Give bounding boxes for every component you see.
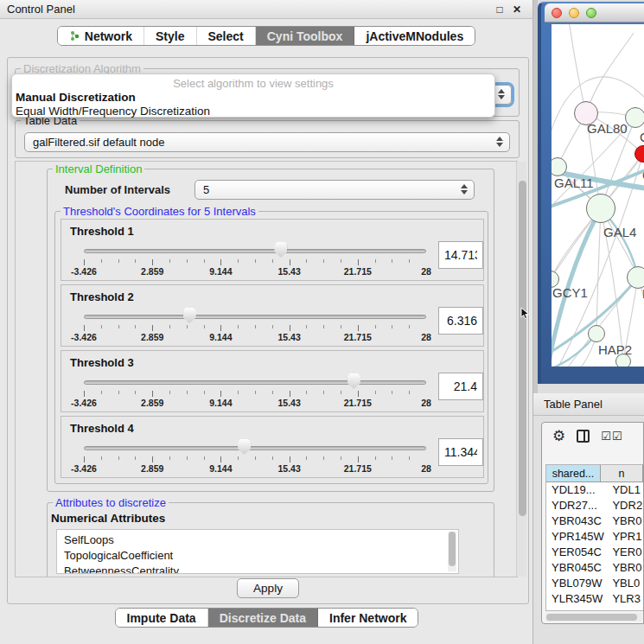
group-title: Attributes to discretize bbox=[53, 496, 169, 509]
cell[interactable]: YBR045C bbox=[546, 560, 609, 576]
slider-thumb[interactable] bbox=[238, 439, 251, 455]
tab-cyni-toolbox[interactable]: Cyni Toolbox bbox=[256, 27, 355, 45]
tab-label: Network bbox=[85, 29, 132, 43]
scrollbar-thumb[interactable] bbox=[546, 614, 637, 621]
tab-network[interactable]: Network bbox=[58, 27, 144, 45]
cell[interactable]: YPR145W bbox=[546, 529, 609, 545]
cell[interactable]: YDL19... bbox=[546, 482, 609, 498]
thresholds-group: Threshold's Coordinates for 5 Intervals … bbox=[54, 211, 488, 484]
network-node[interactable] bbox=[625, 107, 644, 128]
table-row[interactable]: YDR27...YDR2 bbox=[546, 498, 643, 513]
table-row[interactable]: YBR043CYBR0 bbox=[546, 513, 643, 529]
list-item[interactable]: BetweennessCentrality bbox=[64, 564, 458, 574]
cell[interactable]: YBL079W bbox=[546, 576, 609, 591]
cell[interactable]: YBR0 bbox=[609, 560, 643, 576]
slider-track[interactable] bbox=[84, 446, 426, 450]
threshold-slider[interactable]: -3.426 2.859 9.144 15.43 21.715 28 bbox=[84, 306, 426, 344]
close-window-button[interactable]: ✕ bbox=[508, 3, 526, 16]
cell[interactable]: YER0 bbox=[609, 545, 643, 560]
table-row[interactable]: YDL19...YDL1 bbox=[546, 482, 643, 498]
table-row[interactable]: YER054CYER0 bbox=[546, 545, 643, 560]
network-view-window[interactable]: GAL80 GA C GAL11 GAL4 GCY1 H HAP2 bbox=[538, 2, 644, 384]
scale-tick-label: -3.426 bbox=[71, 398, 97, 408]
settings-scroll-viewport: Interval Definition Number of Intervals … bbox=[15, 161, 518, 577]
table-data-combobox[interactable]: galFiltered.sif default node bbox=[24, 132, 510, 152]
node-table[interactable]: shared... n YDL19...YDL1 YDR27...YDR2 YB… bbox=[545, 464, 643, 611]
cell[interactable]: YBL0 bbox=[609, 576, 643, 591]
minimize-traffic-light-icon[interactable] bbox=[569, 8, 579, 18]
zoom-traffic-light-icon[interactable] bbox=[586, 8, 596, 18]
tab-select[interactable]: Select bbox=[197, 27, 256, 45]
tab-style[interactable]: Style bbox=[144, 27, 196, 45]
tab-infer-network[interactable]: Infer Network bbox=[318, 609, 418, 627]
cell[interactable]: YIL052C bbox=[546, 607, 609, 611]
cell[interactable]: YDR27... bbox=[546, 498, 609, 513]
control-panel: Control Panel □ ✕ Network Style Select C… bbox=[0, 0, 533, 644]
table-horizontal-scrollbar[interactable] bbox=[545, 613, 642, 622]
table-row[interactable]: YBR045CYBR0 bbox=[546, 560, 643, 576]
tab-impute-data[interactable]: Impute Data bbox=[116, 609, 208, 627]
node-label-gal11: GAL11 bbox=[554, 175, 594, 190]
settings-vertical-scrollbar[interactable] bbox=[516, 162, 526, 577]
threshold-value-field[interactable] bbox=[438, 241, 483, 269]
scale-tick-label: -3.426 bbox=[71, 266, 97, 277]
threshold-value-field[interactable] bbox=[438, 438, 483, 466]
list-item[interactable]: SelfLoops bbox=[64, 532, 458, 548]
column-header-name[interactable]: n bbox=[601, 465, 643, 481]
threshold-value-field[interactable] bbox=[438, 307, 483, 335]
dropdown-option-manual[interactable]: Manual Discretization bbox=[12, 91, 494, 105]
cell[interactable]: YER054C bbox=[546, 545, 609, 560]
table-row[interactable]: YLR345WYLR3 bbox=[546, 591, 643, 607]
cell[interactable]: YLR3 bbox=[609, 591, 643, 607]
table-row[interactable]: YPR145WYPR1 bbox=[546, 529, 643, 545]
slider-thumb[interactable] bbox=[183, 308, 196, 323]
network-node-hap2[interactable] bbox=[588, 325, 605, 342]
table-panel-title: Table Panel bbox=[544, 398, 603, 411]
threshold-slider[interactable]: -3.426 2.859 9.144 15.43 21.715 28 bbox=[84, 372, 426, 410]
slider-thumb[interactable] bbox=[274, 242, 287, 258]
threshold-slider[interactable]: -3.426 2.859 9.144 15.43 21.715 28 bbox=[84, 240, 426, 278]
slider-track[interactable] bbox=[84, 249, 426, 253]
float-window-button[interactable]: □ bbox=[491, 3, 508, 16]
scale-tick-label: 28 bbox=[421, 463, 431, 474]
network-node[interactable] bbox=[627, 266, 644, 289]
threshold-value-field[interactable] bbox=[438, 373, 483, 400]
list-item[interactable]: TopologicalCoefficient bbox=[64, 548, 458, 564]
cell[interactable]: YBR0 bbox=[609, 513, 643, 529]
scrollbar-thumb[interactable] bbox=[519, 181, 526, 516]
tab-jactivemnodules[interactable]: jActiveMNodules bbox=[354, 27, 475, 45]
network-node-gal4[interactable] bbox=[586, 194, 615, 223]
slider-scale: -3.426 2.859 9.144 15.43 21.715 28 bbox=[84, 266, 426, 277]
list-scrollbar[interactable] bbox=[448, 532, 456, 571]
apply-button[interactable]: Apply bbox=[237, 578, 299, 598]
slider-track[interactable] bbox=[84, 380, 426, 385]
dropdown-option-equal-width[interactable]: Equal Width/Frequency Discretization bbox=[12, 105, 494, 118]
columns-icon[interactable] bbox=[577, 430, 590, 443]
cell[interactable]: YDL1 bbox=[609, 482, 643, 498]
table-row[interactable]: YIL052CYIL0 bbox=[546, 607, 643, 611]
cell[interactable]: YPR1 bbox=[609, 529, 643, 545]
scale-tick-label: 2.859 bbox=[141, 266, 163, 277]
threshold-slider[interactable]: -3.426 2.859 9.144 15.43 21.715 28 bbox=[84, 437, 426, 475]
scale-tick-label: 2.859 bbox=[141, 332, 163, 342]
numerical-attributes-list[interactable]: SelfLoops TopologicalCoefficient Between… bbox=[56, 529, 459, 574]
gear-icon[interactable]: ⚙ bbox=[552, 429, 565, 443]
close-traffic-light-icon[interactable] bbox=[552, 8, 562, 18]
scale-tick-label: 9.144 bbox=[209, 266, 232, 277]
threshold-label: Threshold 4 bbox=[70, 422, 134, 435]
scale-tick-label: 21.715 bbox=[344, 463, 372, 474]
network-canvas[interactable]: GAL80 GA C GAL11 GAL4 GCY1 H HAP2 bbox=[552, 24, 644, 367]
cell[interactable]: YIL0 bbox=[609, 607, 643, 611]
slider-track[interactable] bbox=[84, 315, 426, 319]
checkbox-icons[interactable]: ☑☑ bbox=[601, 430, 622, 443]
number-of-intervals-combobox[interactable]: 5 bbox=[194, 180, 475, 200]
table-row[interactable]: YBL079WYBL0 bbox=[546, 576, 643, 591]
cell[interactable]: YLR345W bbox=[546, 591, 609, 607]
slider-thumb[interactable] bbox=[348, 373, 360, 389]
cell[interactable]: YDR2 bbox=[609, 498, 643, 513]
column-header-shared-name[interactable]: shared... bbox=[546, 465, 601, 481]
control-panel-titlebar: Control Panel □ ✕ bbox=[0, 0, 532, 19]
slider-ticks bbox=[84, 259, 426, 265]
tab-discretize-data[interactable]: Discretize Data bbox=[208, 609, 318, 627]
cell[interactable]: YBR043C bbox=[546, 513, 609, 529]
